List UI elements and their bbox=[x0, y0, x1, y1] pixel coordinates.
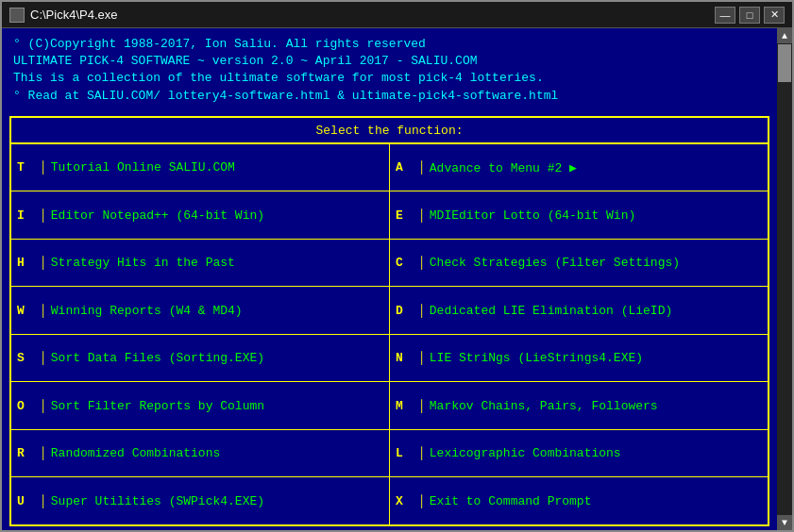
main-window: C:\Pick4\P4.exe — □ ✕ ° (C)Copyright 198… bbox=[0, 0, 794, 532]
close-button[interactable]: ✕ bbox=[764, 7, 785, 24]
menu-cell-left-4[interactable]: S│Sort Data Files (Sorting.EXE) bbox=[11, 335, 390, 382]
terminal-area: ° (C)Copyright 1988-2017, Ion Saliu. All… bbox=[2, 28, 777, 530]
menu-key-left-0: T bbox=[17, 160, 36, 175]
menu-cell-left-7[interactable]: U│Super Utilities (SWPick4.EXE) bbox=[11, 477, 390, 524]
menu-key-left-1: I bbox=[17, 208, 36, 223]
scroll-thumb[interactable] bbox=[778, 44, 791, 82]
window-title: C:\Pick4\P4.exe bbox=[30, 8, 715, 22]
menu-key-right-0: A bbox=[396, 160, 414, 175]
key-separator: │ bbox=[40, 256, 47, 270]
menu-row: O│Sort Filter Reports by ColumnM│Markov … bbox=[11, 382, 768, 430]
menu-row: W│Winning Reports (W4 & MD4)D│Dedicated … bbox=[11, 287, 768, 335]
minimize-button[interactable]: — bbox=[715, 7, 735, 24]
key-separator: │ bbox=[418, 399, 426, 413]
menu-row: S│Sort Data Files (Sorting.EXE)N│LIE Str… bbox=[11, 335, 768, 383]
menu-cell-left-2[interactable]: H│Strategy Hits in the Past bbox=[11, 240, 390, 287]
menu-row: T│Tutorial Online SALIU.COMA│Advance to … bbox=[11, 144, 768, 192]
menu-cell-right-6[interactable]: L│Lexicographic Combinations bbox=[390, 430, 768, 477]
title-bar: C:\Pick4\P4.exe — □ ✕ bbox=[2, 2, 792, 28]
key-separator: │ bbox=[40, 446, 47, 460]
menu-label-right-0: Advance to Menu #2 ▶ bbox=[430, 160, 577, 175]
scroll-down[interactable]: ▼ bbox=[777, 515, 792, 530]
menu-label-left-2: Strategy Hits in the Past bbox=[51, 256, 235, 270]
menu-key-right-2: C bbox=[396, 256, 414, 270]
menu-label-left-7: Super Utilities (SWPick4.EXE) bbox=[51, 494, 264, 508]
menu-cell-right-7[interactable]: X│Exit to Command Prompt bbox=[390, 477, 768, 524]
key-separator: │ bbox=[418, 256, 426, 270]
menu-label-left-3: Winning Reports (W4 & MD4) bbox=[51, 304, 243, 318]
menu-key-left-4: S bbox=[17, 351, 36, 365]
menu-key-right-1: E bbox=[396, 208, 414, 223]
scroll-up[interactable]: ▲ bbox=[777, 28, 792, 43]
menu-key-right-6: L bbox=[396, 446, 414, 460]
key-separator: │ bbox=[40, 351, 47, 365]
key-separator: │ bbox=[40, 399, 47, 413]
scrollbar[interactable]: ▲ ▼ bbox=[777, 28, 792, 530]
menu-cell-right-5[interactable]: M│Markov Chains, Pairs, Followers bbox=[390, 382, 768, 429]
key-separator: │ bbox=[418, 304, 426, 318]
menu-key-left-5: O bbox=[17, 399, 36, 413]
scroll-track bbox=[777, 43, 792, 515]
menu-cell-left-1[interactable]: I│Editor Notepad++ (64-bit Win) bbox=[11, 191, 390, 239]
menu-label-right-6: Lexicographic Combinations bbox=[430, 446, 621, 460]
key-separator: │ bbox=[418, 446, 426, 460]
menu-title-row: Select the function: bbox=[11, 118, 768, 144]
menu-key-left-3: W bbox=[17, 304, 36, 318]
menu-label-left-4: Sort Data Files (Sorting.EXE) bbox=[51, 351, 264, 365]
menu-label-right-3: Dedicated LIE Elimination (LieID) bbox=[430, 304, 672, 318]
menu-label-right-7: Exit to Command Prompt bbox=[430, 494, 592, 508]
key-separator: │ bbox=[40, 160, 47, 175]
menu-title: Select the function: bbox=[315, 124, 463, 138]
maximize-button[interactable]: □ bbox=[739, 7, 760, 24]
menu-cell-left-0[interactable]: T│Tutorial Online SALIU.COM bbox=[11, 144, 390, 191]
menu-cell-right-1[interactable]: E│MDIEditor Lotto (64-bit Win) bbox=[390, 191, 768, 239]
key-separator: │ bbox=[40, 208, 47, 223]
menu-cell-right-2[interactable]: C│Check Strategies (Filter Settings) bbox=[390, 240, 768, 287]
menu-row: R│Randomized CombinationsL│Lexicographic… bbox=[11, 430, 768, 478]
menu-grid: T│Tutorial Online SALIU.COMA│Advance to … bbox=[11, 144, 768, 524]
key-separator: │ bbox=[418, 208, 426, 223]
key-separator: │ bbox=[40, 304, 47, 318]
key-separator: │ bbox=[418, 160, 426, 175]
menu-row: I│Editor Notepad++ (64-bit Win)E│MDIEdit… bbox=[11, 191, 768, 240]
menu-cell-left-6[interactable]: R│Randomized Combinations bbox=[11, 430, 390, 477]
menu-label-left-6: Randomized Combinations bbox=[51, 446, 220, 460]
menu-key-right-5: M bbox=[396, 399, 414, 413]
menu-key-right-4: N bbox=[396, 351, 414, 365]
menu-label-left-1: Editor Notepad++ (64-bit Win) bbox=[51, 208, 264, 223]
menu-key-left-2: H bbox=[17, 256, 36, 270]
header-line-2: ULTIMATE PICK-4 SOFTWARE ~ version 2.0 ~… bbox=[13, 53, 766, 70]
window-controls: — □ ✕ bbox=[715, 7, 785, 24]
menu-key-left-6: R bbox=[17, 446, 36, 460]
menu-cell-right-4[interactable]: N│LIE StriNgs (LieStrings4.EXE) bbox=[390, 335, 768, 382]
menu-box: Select the function: T│Tutorial Online S… bbox=[9, 116, 769, 526]
key-separator: │ bbox=[418, 494, 426, 508]
menu-cell-left-3[interactable]: W│Winning Reports (W4 & MD4) bbox=[11, 287, 390, 334]
menu-cell-right-0[interactable]: A│Advance to Menu #2 ▶ bbox=[390, 144, 768, 191]
menu-key-right-3: D bbox=[396, 304, 414, 318]
menu-row: H│Strategy Hits in the PastC│Check Strat… bbox=[11, 240, 768, 288]
key-separator: │ bbox=[40, 494, 47, 508]
header-line-1: ° (C)Copyright 1988-2017, Ion Saliu. All… bbox=[13, 36, 766, 53]
menu-label-left-5: Sort Filter Reports by Column bbox=[51, 399, 264, 413]
menu-cell-left-5[interactable]: O│Sort Filter Reports by Column bbox=[11, 382, 390, 429]
menu-label-left-0: Tutorial Online SALIU.COM bbox=[51, 160, 235, 175]
header-area: ° (C)Copyright 1988-2017, Ion Saliu. All… bbox=[6, 32, 773, 108]
menu-label-right-2: Check Strategies (Filter Settings) bbox=[430, 256, 680, 270]
header-line-4: ° Read at SALIU.COM/ lottery4-software.h… bbox=[13, 88, 766, 105]
window-icon bbox=[9, 8, 25, 23]
menu-key-right-7: X bbox=[396, 494, 414, 508]
menu-key-left-7: U bbox=[17, 494, 36, 508]
menu-label-right-1: MDIEditor Lotto (64-bit Win) bbox=[430, 208, 635, 223]
menu-row: U│Super Utilities (SWPick4.EXE)X│Exit to… bbox=[11, 477, 768, 524]
header-line-3: This is a collection of the ultimate sof… bbox=[13, 70, 766, 87]
key-separator: │ bbox=[418, 351, 426, 365]
menu-label-right-4: LIE StriNgs (LieStrings4.EXE) bbox=[430, 351, 643, 365]
menu-label-right-5: Markov Chains, Pairs, Followers bbox=[430, 399, 658, 413]
menu-cell-right-3[interactable]: D│Dedicated LIE Elimination (LieID) bbox=[390, 287, 768, 334]
